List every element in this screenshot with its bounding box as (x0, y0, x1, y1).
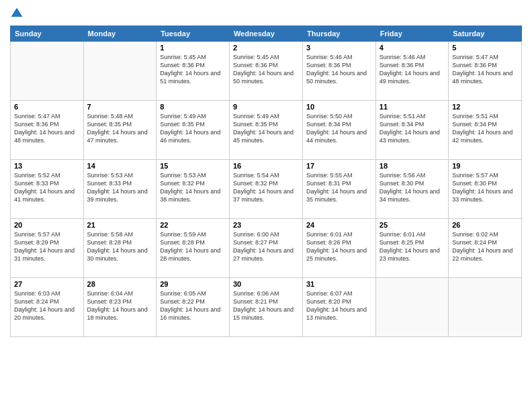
calendar-header-saturday: Saturday (449, 26, 522, 42)
day-number: 8 (160, 103, 226, 111)
page: SundayMondayTuesdayWednesdayThursdayFrid… (0, 0, 532, 411)
calendar-header-wednesday: Wednesday (229, 26, 302, 42)
calendar-cell: 21Sunrise: 5:58 AM Sunset: 8:28 PM Dayli… (83, 219, 157, 278)
day-info: Sunrise: 5:58 AM Sunset: 8:28 PM Dayligh… (87, 230, 153, 263)
calendar-cell: 24Sunrise: 6:01 AM Sunset: 8:26 PM Dayli… (302, 219, 375, 278)
day-number: 16 (233, 162, 299, 170)
day-number: 23 (233, 221, 299, 229)
day-info: Sunrise: 6:01 AM Sunset: 8:25 PM Dayligh… (380, 230, 445, 263)
day-info: Sunrise: 5:53 AM Sunset: 8:32 PM Dayligh… (160, 171, 226, 204)
calendar-cell: 10Sunrise: 5:50 AM Sunset: 8:34 PM Dayli… (302, 101, 375, 160)
calendar-header-row: SundayMondayTuesdayWednesdayThursdayFrid… (11, 26, 522, 42)
day-info: Sunrise: 5:55 AM Sunset: 8:31 PM Dayligh… (306, 171, 372, 204)
calendar-week-row: 27Sunrise: 6:03 AM Sunset: 8:24 PM Dayli… (11, 278, 522, 337)
day-info: Sunrise: 5:50 AM Sunset: 8:34 PM Dayligh… (306, 112, 372, 145)
calendar-cell: 2Sunrise: 5:45 AM Sunset: 8:36 PM Daylig… (229, 42, 302, 101)
calendar-cell: 7Sunrise: 5:48 AM Sunset: 8:35 PM Daylig… (83, 101, 157, 160)
day-number: 30 (233, 280, 299, 288)
calendar-week-row: 13Sunrise: 5:52 AM Sunset: 8:33 PM Dayli… (11, 160, 522, 219)
day-number: 12 (452, 103, 518, 111)
day-info: Sunrise: 5:49 AM Sunset: 8:35 PM Dayligh… (160, 112, 226, 145)
day-number: 10 (306, 103, 372, 111)
day-number: 17 (306, 162, 372, 170)
day-number: 7 (87, 103, 153, 111)
day-info: Sunrise: 5:57 AM Sunset: 8:30 PM Dayligh… (452, 171, 518, 204)
day-number: 31 (306, 280, 372, 288)
day-number: 5 (452, 44, 518, 52)
day-info: Sunrise: 6:05 AM Sunset: 8:22 PM Dayligh… (160, 289, 226, 322)
day-number: 25 (380, 221, 445, 229)
day-number: 3 (306, 44, 372, 52)
calendar-cell: 15Sunrise: 5:53 AM Sunset: 8:32 PM Dayli… (157, 160, 230, 219)
calendar-header-tuesday: Tuesday (157, 26, 230, 42)
day-info: Sunrise: 5:45 AM Sunset: 8:36 PM Dayligh… (233, 53, 299, 86)
calendar-cell: 8Sunrise: 5:49 AM Sunset: 8:35 PM Daylig… (157, 101, 230, 160)
calendar-cell (375, 278, 448, 337)
day-info: Sunrise: 5:51 AM Sunset: 8:34 PM Dayligh… (380, 112, 445, 145)
day-info: Sunrise: 6:00 AM Sunset: 8:27 PM Dayligh… (233, 230, 299, 263)
day-number: 28 (87, 280, 153, 288)
calendar-cell (449, 278, 522, 337)
calendar-cell (83, 42, 157, 101)
calendar-week-row: 6Sunrise: 5:47 AM Sunset: 8:36 PM Daylig… (11, 101, 522, 160)
day-info: Sunrise: 6:04 AM Sunset: 8:23 PM Dayligh… (87, 289, 153, 322)
calendar-week-row: 20Sunrise: 5:57 AM Sunset: 8:29 PM Dayli… (11, 219, 522, 278)
day-number: 22 (160, 221, 226, 229)
day-info: Sunrise: 5:46 AM Sunset: 8:36 PM Dayligh… (380, 53, 445, 86)
calendar-cell: 23Sunrise: 6:00 AM Sunset: 8:27 PM Dayli… (229, 219, 302, 278)
calendar-cell: 29Sunrise: 6:05 AM Sunset: 8:22 PM Dayli… (157, 278, 230, 337)
calendar-cell: 22Sunrise: 5:59 AM Sunset: 8:28 PM Dayli… (157, 219, 230, 278)
calendar-header-friday: Friday (375, 26, 448, 42)
day-info: Sunrise: 5:57 AM Sunset: 8:29 PM Dayligh… (14, 230, 80, 263)
day-number: 18 (380, 162, 445, 170)
calendar-header-thursday: Thursday (302, 26, 375, 42)
day-number: 6 (14, 103, 80, 111)
day-number: 15 (160, 162, 226, 170)
day-info: Sunrise: 5:46 AM Sunset: 8:36 PM Dayligh… (306, 53, 372, 86)
calendar-cell: 20Sunrise: 5:57 AM Sunset: 8:29 PM Dayli… (11, 219, 84, 278)
calendar-cell: 1Sunrise: 5:45 AM Sunset: 8:36 PM Daylig… (157, 42, 230, 101)
day-number: 29 (160, 280, 226, 288)
day-info: Sunrise: 5:49 AM Sunset: 8:35 PM Dayligh… (233, 112, 299, 145)
day-number: 14 (87, 162, 153, 170)
calendar-cell: 14Sunrise: 5:53 AM Sunset: 8:33 PM Dayli… (83, 160, 157, 219)
day-number: 27 (14, 280, 80, 288)
day-number: 19 (452, 162, 518, 170)
calendar-cell: 26Sunrise: 6:02 AM Sunset: 8:24 PM Dayli… (449, 219, 522, 278)
day-info: Sunrise: 6:02 AM Sunset: 8:24 PM Dayligh… (452, 230, 518, 263)
day-number: 26 (452, 221, 518, 229)
calendar-cell: 11Sunrise: 5:51 AM Sunset: 8:34 PM Dayli… (375, 101, 448, 160)
calendar-cell: 16Sunrise: 5:54 AM Sunset: 8:32 PM Dayli… (229, 160, 302, 219)
day-info: Sunrise: 6:06 AM Sunset: 8:21 PM Dayligh… (233, 289, 299, 322)
calendar-cell: 18Sunrise: 5:56 AM Sunset: 8:30 PM Dayli… (375, 160, 448, 219)
calendar-cell: 13Sunrise: 5:52 AM Sunset: 8:33 PM Dayli… (11, 160, 84, 219)
header (10, 7, 522, 20)
logo (10, 7, 26, 20)
day-number: 4 (380, 44, 445, 52)
calendar-cell: 28Sunrise: 6:04 AM Sunset: 8:23 PM Dayli… (83, 278, 157, 337)
calendar-header-sunday: Sunday (11, 26, 84, 42)
day-number: 9 (233, 103, 299, 111)
logo-icon (10, 7, 24, 20)
calendar-cell: 9Sunrise: 5:49 AM Sunset: 8:35 PM Daylig… (229, 101, 302, 160)
calendar-week-row: 1Sunrise: 5:45 AM Sunset: 8:36 PM Daylig… (11, 42, 522, 101)
day-info: Sunrise: 5:47 AM Sunset: 8:36 PM Dayligh… (14, 112, 80, 145)
calendar-cell: 6Sunrise: 5:47 AM Sunset: 8:36 PM Daylig… (11, 101, 84, 160)
calendar-cell: 31Sunrise: 6:07 AM Sunset: 8:20 PM Dayli… (302, 278, 375, 337)
day-info: Sunrise: 6:03 AM Sunset: 8:24 PM Dayligh… (14, 289, 80, 322)
calendar-cell (11, 42, 84, 101)
calendar-cell: 3Sunrise: 5:46 AM Sunset: 8:36 PM Daylig… (302, 42, 375, 101)
day-info: Sunrise: 6:07 AM Sunset: 8:20 PM Dayligh… (306, 289, 372, 322)
calendar-cell: 19Sunrise: 5:57 AM Sunset: 8:30 PM Dayli… (449, 160, 522, 219)
calendar: SundayMondayTuesdayWednesdayThursdayFrid… (10, 26, 522, 337)
calendar-cell: 12Sunrise: 5:51 AM Sunset: 8:34 PM Dayli… (449, 101, 522, 160)
day-info: Sunrise: 5:47 AM Sunset: 8:36 PM Dayligh… (452, 53, 518, 86)
day-number: 13 (14, 162, 80, 170)
calendar-cell: 27Sunrise: 6:03 AM Sunset: 8:24 PM Dayli… (11, 278, 84, 337)
day-info: Sunrise: 5:53 AM Sunset: 8:33 PM Dayligh… (87, 171, 153, 204)
calendar-cell: 4Sunrise: 5:46 AM Sunset: 8:36 PM Daylig… (375, 42, 448, 101)
day-number: 1 (160, 44, 226, 52)
calendar-header-monday: Monday (83, 26, 157, 42)
day-number: 2 (233, 44, 299, 52)
day-info: Sunrise: 5:52 AM Sunset: 8:33 PM Dayligh… (14, 171, 80, 204)
